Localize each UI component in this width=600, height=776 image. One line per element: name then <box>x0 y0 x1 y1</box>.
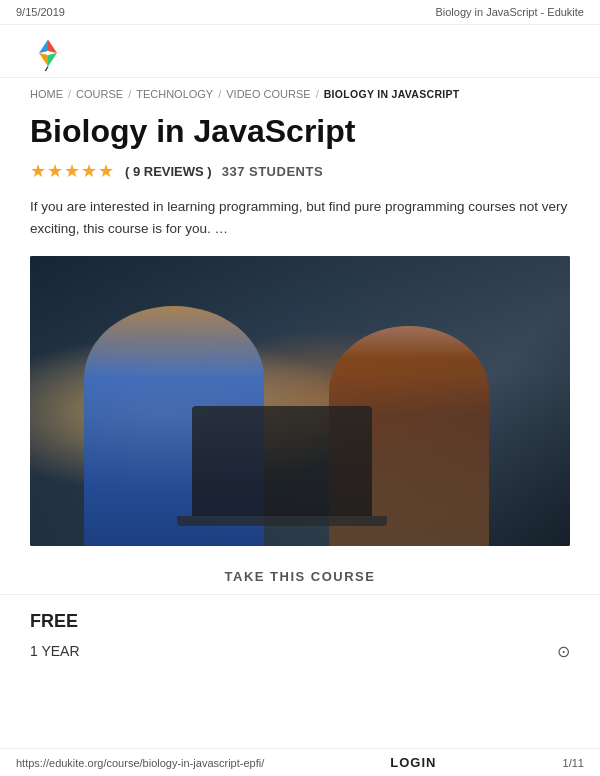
breadcrumb: HOME / COURSE / TECHNOLOGY / VIDEO COURS… <box>30 88 570 100</box>
svg-marker-0 <box>48 40 57 54</box>
footer-url: https://edukite.org/course/biology-in-ja… <box>16 757 264 769</box>
top-bar-date: 9/15/2019 <box>16 6 65 18</box>
logo-icon <box>30 35 66 71</box>
breadcrumb-course[interactable]: COURSE <box>76 88 123 100</box>
price-label: FREE <box>30 611 570 632</box>
info-row: FREE 1 YEAR ⊙ <box>0 595 600 675</box>
clock-icon: ⊙ <box>557 642 570 661</box>
header-divider <box>0 77 600 78</box>
rating-row: ★★★★★ ( 9 REVIEWS ) 337 STUDENTS <box>30 160 570 182</box>
bottom-bar: https://edukite.org/course/biology-in-ja… <box>0 748 600 776</box>
duration-label: 1 YEAR <box>30 643 80 659</box>
year-clock-row: 1 YEAR ⊙ <box>30 642 570 661</box>
take-course-section[interactable]: TAKE THIS COURSE <box>0 546 600 595</box>
breadcrumb-current: BIOLOGY IN JAVASCRIPT <box>324 88 460 100</box>
svg-marker-1 <box>39 40 48 54</box>
star-rating: ★★★★★ <box>30 160 115 182</box>
reviews-label: ( 9 REVIEWS ) <box>125 164 212 179</box>
image-overlay <box>30 256 570 546</box>
header <box>0 25 600 77</box>
svg-line-5 <box>44 67 48 72</box>
top-bar-title: Biology in JavaScript - Edukite <box>435 6 584 18</box>
course-image <box>30 256 570 546</box>
course-image-bg <box>30 256 570 546</box>
course-description: If you are interested in learning progra… <box>30 196 570 239</box>
breadcrumb-home[interactable]: HOME <box>30 88 63 100</box>
top-bar: 9/15/2019 Biology in JavaScript - Edukit… <box>0 0 600 25</box>
svg-marker-3 <box>39 53 48 67</box>
breadcrumb-video-course[interactable]: VIDEO COURSE <box>226 88 310 100</box>
svg-point-4 <box>46 51 51 56</box>
main-content: HOME / COURSE / TECHNOLOGY / VIDEO COURS… <box>0 88 600 546</box>
breadcrumb-technology[interactable]: TECHNOLOGY <box>136 88 213 100</box>
footer-page: 1/11 <box>563 757 584 769</box>
take-course-button[interactable]: TAKE THIS COURSE <box>225 569 376 584</box>
login-button[interactable]: LOGIN <box>390 755 436 770</box>
svg-marker-2 <box>48 53 57 67</box>
students-label: 337 STUDENTS <box>222 164 323 179</box>
page-title: Biology in JavaScript <box>30 112 570 150</box>
